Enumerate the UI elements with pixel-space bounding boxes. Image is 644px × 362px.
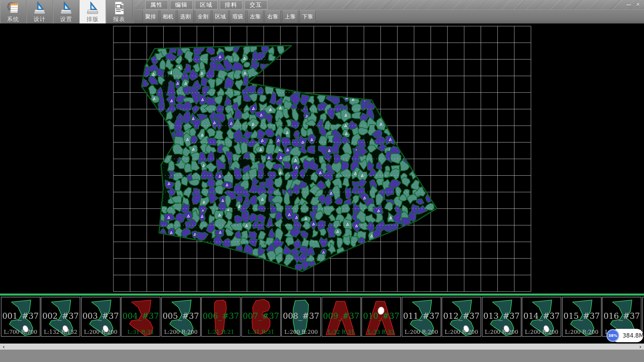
- piece-thumbnail[interactable]: 002_#37L:132 R:132: [41, 297, 80, 337]
- piece-thumbnail[interactable]: 014_#37L:200 R:200: [522, 297, 561, 337]
- app-window: 系统 设计 设置: [0, 0, 644, 362]
- horizontal-scrollbar[interactable]: ‹ ›: [0, 344, 644, 350]
- piece-shape: [442, 297, 481, 336]
- piece-shape: [1, 297, 40, 336]
- toolbar: 系统 设计 设置: [0, 0, 644, 23]
- scroll-left-icon[interactable]: ‹: [0, 344, 7, 350]
- nesting-canvas[interactable]: [0, 23, 644, 294]
- system-button-label: 系统: [7, 15, 19, 23]
- piece-shape: [322, 297, 361, 336]
- align-top-button[interactable]: 上靠: [282, 10, 298, 23]
- progress-badge[interactable]: 38% 384.8M: [606, 328, 643, 343]
- cluster-nest-button[interactable]: 聚排: [143, 10, 159, 23]
- piece-shape: [162, 297, 200, 336]
- piece-thumbnail[interactable]: 005_#37L:200 R:200: [161, 297, 201, 337]
- piece-thumbnail[interactable]: 008_#37L:200 R:200: [281, 297, 321, 337]
- system-button[interactable]: 系统: [0, 0, 26, 23]
- status-bar: [0, 350, 644, 362]
- select-cut-button[interactable]: 选割: [177, 10, 194, 23]
- piece-thumbnail[interactable]: 010_#37L:33 R:33: [362, 297, 401, 337]
- align-bottom-button[interactable]: 下靠: [300, 10, 316, 23]
- close-button[interactable]: ✕: [633, 1, 643, 8]
- piece-thumbnail[interactable]: 003_#37L:200 R:200: [81, 297, 120, 337]
- camera-button[interactable]: 相机: [160, 10, 176, 23]
- hide-nesting-layout: [0, 23, 644, 294]
- piece-thumbnail[interactable]: 013_#37L:200 R:200: [482, 297, 521, 337]
- piece-shape: [282, 297, 320, 336]
- report-button-label: 报表: [113, 15, 125, 23]
- align-left-button[interactable]: 左靠: [247, 10, 263, 23]
- piece-shape: [242, 297, 280, 336]
- piece-thumbnail-strip: 001_#37L:700 R:700002_#37L:132 R:132003_…: [0, 297, 644, 338]
- cut-all-button[interactable]: 全割: [195, 10, 211, 23]
- action-buttons: 聚排 相机 选割 全割 区域 瑕疵 左靠 右靠 上靠 下靠: [143, 10, 317, 23]
- settings-button-label: 设置: [60, 15, 72, 23]
- tab-edit[interactable]: 编辑: [170, 0, 193, 9]
- piece-shape: [82, 297, 120, 336]
- defect-button[interactable]: 瑕疵: [230, 10, 246, 23]
- piece-shape: [121, 297, 160, 336]
- design-button[interactable]: 设计: [26, 0, 53, 23]
- region-button[interactable]: 区域: [212, 10, 228, 23]
- memory-value: 384.8M: [623, 328, 644, 343]
- action-bar: 聚排 相机 选割 全割 区域 瑕疵 左靠 右靠 上靠 下靠: [134, 9, 644, 23]
- align-right-button[interactable]: 右靠: [265, 10, 281, 23]
- piece-shape: [362, 297, 400, 336]
- piece-thumbnail[interactable]: 012_#37L:200 R:200: [442, 297, 481, 337]
- piece-thumbnail[interactable]: 011_#37L:200 R:200: [402, 297, 441, 337]
- report-icon: [112, 1, 126, 15]
- piece-thumbnail[interactable]: 004_#37L:31 R:31: [121, 297, 160, 337]
- nesting-icon: [86, 1, 99, 15]
- menu-tabs: 属性 编辑 区域 排料 交互: [145, 0, 269, 9]
- piece-shape: [202, 297, 240, 336]
- menu-bar: 属性 编辑 区域 排料 交互 — ✕: [134, 0, 644, 9]
- strip-separator: [0, 294, 644, 297]
- piece-shape: [522, 297, 561, 336]
- piece-shape: [482, 297, 521, 336]
- piece-shape: [562, 297, 601, 336]
- piece-shape: [41, 297, 80, 336]
- tab-nesting[interactable]: 排料: [220, 0, 243, 9]
- system-icon: [6, 1, 20, 15]
- piece-thumbnail[interactable]: 015_#37L:200 R:200: [562, 297, 601, 337]
- design-icon: [33, 1, 46, 15]
- progress-percent: 38%: [606, 329, 619, 342]
- settings-icon: [59, 1, 73, 15]
- tab-interaction[interactable]: 交互: [245, 0, 267, 9]
- scroll-right-icon[interactable]: ›: [637, 344, 644, 350]
- window-controls: — ✕: [624, 0, 643, 9]
- nesting-button-label: 排版: [87, 15, 99, 23]
- piece-thumbnail[interactable]: 006_#37L:21 R:21: [201, 297, 240, 337]
- report-button[interactable]: 报表: [106, 0, 132, 23]
- tab-region[interactable]: 区域: [195, 0, 218, 9]
- piece-thumbnail[interactable]: 001_#37L:700 R:700: [1, 297, 40, 337]
- design-button-label: 设计: [34, 15, 46, 23]
- piece-shape: [402, 297, 441, 336]
- piece-thumbnail[interactable]: 009_#37L:32 R:31: [322, 297, 361, 337]
- tab-properties[interactable]: 属性: [145, 0, 168, 9]
- piece-thumbnail[interactable]: 007_#37L:31 R:31: [241, 297, 281, 337]
- minimize-button[interactable]: —: [624, 1, 633, 8]
- main-toolbar: 系统 设计 设置: [0, 0, 132, 23]
- settings-button[interactable]: 设置: [53, 0, 79, 23]
- nesting-button[interactable]: 排版: [79, 0, 106, 23]
